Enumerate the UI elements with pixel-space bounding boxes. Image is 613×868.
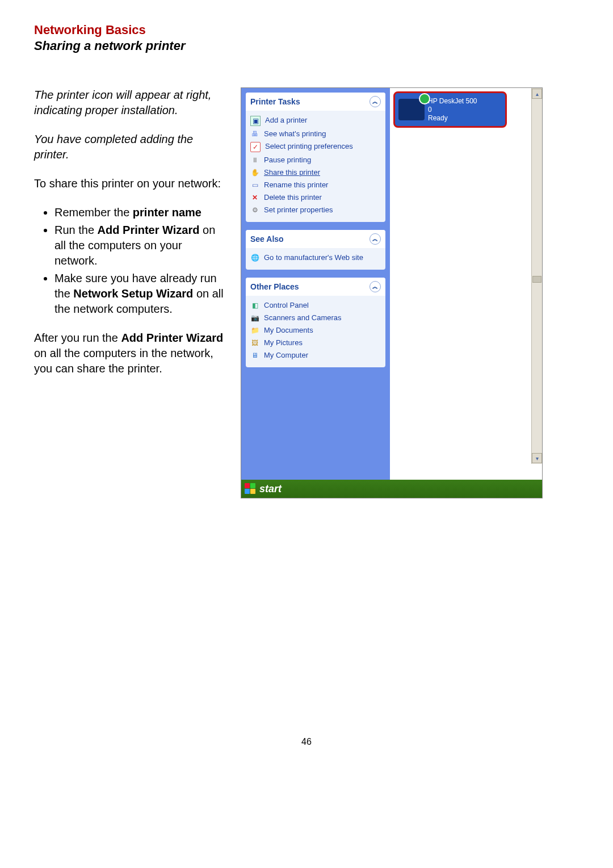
bullet-remember: Remember the printer name [54,205,227,220]
task-preferences[interactable]: ✓Select printing preferences [249,140,382,154]
task-add-printer[interactable]: ▣Add a printer [249,114,382,128]
paragraph-intro-1: The printer icon will appear at right, i… [34,87,227,118]
xp-task-sidebar: Printer Tasks ︽ ▣Add a printer 🖶See what… [241,88,390,480]
start-button-label[interactable]: start [259,483,282,495]
scroll-up-button[interactable]: ▴ [532,89,542,99]
panel-title: Printer Tasks [250,97,300,106]
task-delete[interactable]: ✕Delete this printer [249,191,382,204]
panel-title: See Also [250,234,284,244]
printer-icon: 🖶 [250,129,259,139]
scroll-down-button[interactable]: ▾ [532,453,542,463]
printer-info-block: HP DeskJet 500 0 Ready [428,97,477,123]
panel-printer-tasks: Printer Tasks ︽ ▣Add a printer 🖶See what… [246,93,385,222]
panel-header-other-places[interactable]: Other Places ︽ [246,278,385,296]
page-number: 46 [34,737,579,747]
vertical-scrollbar[interactable]: ▴ ▾ [531,88,542,464]
printer-device-icon [398,99,425,120]
instruction-text-column: The printer icon will appear at right, i… [34,87,227,390]
pause-icon: ⏸ [250,156,259,165]
panel-header-printer-tasks[interactable]: Printer Tasks ︽ [246,93,385,111]
share-hand-icon: ✋ [250,168,259,177]
collapse-icon[interactable]: ︽ [370,233,381,245]
task-pause[interactable]: ⏸Pause printing [249,154,382,166]
heading-chapter: Networking Basics [34,23,579,37]
link-scanners-cameras[interactable]: 📷Scanners and Cameras [249,312,382,324]
link-control-panel[interactable]: ◧Control Panel [249,299,382,312]
panel-header-see-also[interactable]: See Also ︽ [246,230,385,248]
heading-section: Sharing a network printer [34,39,579,53]
bullet-network-setup: Make sure you have already run the Netwo… [54,271,227,317]
paragraph-share-intro: To share this printer on your network: [34,176,227,191]
start-taskbar[interactable]: start [241,480,542,498]
control-panel-icon: ◧ [250,301,259,310]
task-rename[interactable]: ▭Rename this printer [249,179,382,191]
link-my-pictures[interactable]: 🖼My Pictures [249,337,382,349]
collapse-icon[interactable]: ︽ [370,96,381,107]
paragraph-after: After you run the Add Printer Wizard on … [34,330,227,376]
printer-status-label: Ready [428,114,477,123]
pictures-icon: 🖼 [250,338,259,347]
printer-list-area[interactable]: HP DeskJet 500 0 Ready ▴ ▾ [390,88,542,480]
screenshot-printers-window: Printer Tasks ︽ ▣Add a printer 🖶See what… [241,87,543,498]
printer-doc-count: 0 [428,106,477,114]
delete-x-icon: ✕ [250,193,259,202]
paragraph-intro-2: You have completed adding the printer. [34,132,227,162]
bullet-run-wizard: Run the Add Printer Wizard on all the co… [54,223,227,269]
globe-icon: 🌐 [250,253,259,262]
link-my-computer[interactable]: 🖥My Computer [249,349,382,362]
share-bullet-list: Remember the printer name Run the Add Pr… [34,205,227,317]
camera-icon: 📷 [250,313,259,322]
printer-name-label: HP DeskJet 500 [428,97,477,106]
scroll-thumb[interactable] [532,276,541,283]
properties-icon: ⚙ [250,206,259,215]
printer-item-selected[interactable]: HP DeskJet 500 0 Ready [393,91,507,128]
rename-icon: ▭ [250,181,259,190]
task-properties[interactable]: ⚙Set printer properties [249,204,382,216]
checkmark-icon: ✓ [250,142,261,152]
panel-see-also: See Also ︽ 🌐Go to manufacturer's Web sit… [246,230,385,270]
panel-title: Other Places [250,282,299,291]
add-printer-icon: ▣ [250,116,261,126]
task-share[interactable]: ✋Share this printer [249,166,382,179]
folder-icon: 📁 [250,326,259,335]
link-my-documents[interactable]: 📁My Documents [249,324,382,337]
panel-other-places: Other Places ︽ ◧Control Panel 📷Scanners … [246,278,385,367]
windows-logo-icon [245,483,256,494]
collapse-icon[interactable]: ︽ [370,281,381,292]
link-manufacturer-site[interactable]: 🌐Go to manufacturer's Web site [249,251,382,264]
task-see-printing[interactable]: 🖶See what's printing [249,128,382,140]
computer-icon: 🖥 [250,351,259,360]
